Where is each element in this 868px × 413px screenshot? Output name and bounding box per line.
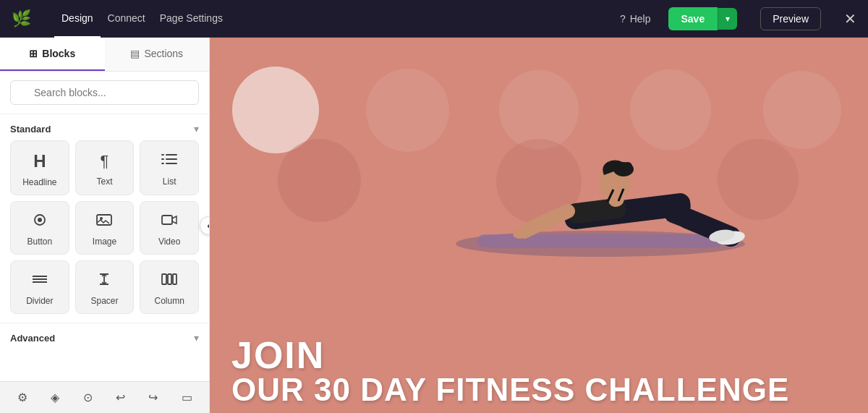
column-icon xyxy=(161,271,177,290)
fitness-background: JOIN OUR 30 DAY FITNESS CHALLENGE xyxy=(210,38,868,413)
save-btn-group: Save ▾ xyxy=(668,7,738,30)
video-icon xyxy=(161,212,177,231)
history-toolbar-button[interactable]: ⊙ xyxy=(79,386,97,409)
redo-toolbar-button[interactable]: ↪ xyxy=(144,386,162,409)
tab-blocks[interactable]: ⊞ Blocks xyxy=(0,38,105,71)
block-video[interactable]: Video xyxy=(140,201,199,255)
search-container: 🔍 xyxy=(0,72,209,114)
main-layout: ⊞ Blocks ▤ Sections 🔍 Standard ▾ xyxy=(0,38,868,413)
image-icon xyxy=(96,212,112,231)
help-icon: ? xyxy=(620,13,626,25)
fitness-person-image xyxy=(448,59,752,262)
block-text[interactable]: ¶ Text xyxy=(75,140,135,195)
sidebar-tabs: ⊞ Blocks ▤ Sections xyxy=(0,38,209,72)
video-label: Video xyxy=(158,237,180,247)
advanced-label: Advanced xyxy=(10,333,55,344)
nav-tab-page-settings[interactable]: Page Settings xyxy=(153,0,230,38)
top-nav: 🌿 Design Connect Page Settings ? Help Sa… xyxy=(0,0,868,38)
preview-button[interactable]: Preview xyxy=(760,7,821,30)
svg-rect-0 xyxy=(161,154,164,156)
svg-rect-15 xyxy=(168,274,171,284)
nav-tab-connect[interactable]: Connect xyxy=(101,0,153,38)
block-spacer[interactable]: Spacer xyxy=(75,260,135,314)
bottom-toolbar: ⚙ ◈ ⊙ ↩ ↪ ▭ xyxy=(0,381,210,413)
block-column[interactable]: Column xyxy=(140,260,199,314)
block-button[interactable]: Button xyxy=(10,201,69,255)
blocks-grid: H Headline ¶ Text xyxy=(0,140,209,323)
divider-icon xyxy=(32,271,48,290)
undo-toolbar-button[interactable]: ↩ xyxy=(111,386,129,409)
standard-section-header: Standard ▾ xyxy=(0,114,209,140)
headline-label: Headline xyxy=(22,177,56,187)
canvas-area[interactable]: JOIN OUR 30 DAY FITNESS CHALLENGE xyxy=(210,38,868,413)
help-button[interactable]: ? Help xyxy=(620,13,651,25)
save-dropdown-button[interactable]: ▾ xyxy=(718,8,737,30)
svg-rect-1 xyxy=(166,154,177,156)
sidebar: ⊞ Blocks ▤ Sections 🔍 Standard ▾ xyxy=(0,38,210,413)
svg-point-7 xyxy=(38,218,42,222)
help-label: Help xyxy=(630,13,651,25)
join-heading: JOIN xyxy=(231,336,789,374)
tab-sections[interactable]: ▤ Sections xyxy=(105,38,210,71)
text-icon: ¶ xyxy=(101,152,109,171)
svg-line-20 xyxy=(673,215,723,234)
challenge-heading: OUR 30 DAY FITNESS CHALLENGE xyxy=(231,374,789,406)
blocks-tab-label: Blocks xyxy=(42,48,75,59)
canvas-text-area: JOIN OUR 30 DAY FITNESS CHALLENGE xyxy=(231,336,789,413)
button-icon xyxy=(32,212,48,231)
close-button[interactable]: ✕ xyxy=(844,10,856,27)
button-label: Button xyxy=(27,237,52,247)
image-label: Image xyxy=(93,237,116,247)
svg-rect-4 xyxy=(161,163,164,164)
search-input[interactable] xyxy=(10,80,199,105)
list-label: List xyxy=(163,176,176,187)
sections-tab-icon: ▤ xyxy=(130,48,140,59)
blocks-tab-icon: ⊞ xyxy=(29,48,38,59)
search-wrapper: 🔍 xyxy=(10,80,199,105)
layers-toolbar-button[interactable]: ◈ xyxy=(46,386,64,409)
svg-rect-16 xyxy=(173,274,176,284)
device-toolbar-button[interactable]: ▭ xyxy=(177,386,197,409)
save-button[interactable]: Save xyxy=(668,7,718,30)
advanced-section-header: Advanced ▾ xyxy=(0,323,209,349)
block-headline[interactable]: H Headline xyxy=(10,140,69,195)
text-label: Text xyxy=(96,176,112,187)
column-label: Column xyxy=(154,296,184,306)
nav-tab-design[interactable]: Design xyxy=(54,0,101,38)
block-list[interactable]: List xyxy=(140,140,199,195)
svg-rect-3 xyxy=(166,158,177,160)
app-logo: 🌿 xyxy=(12,9,31,28)
sections-tab-label: Sections xyxy=(144,48,183,59)
svg-rect-10 xyxy=(162,216,172,224)
standard-collapse-button[interactable]: ▾ xyxy=(194,123,199,135)
svg-rect-2 xyxy=(161,158,164,160)
svg-rect-5 xyxy=(166,163,177,164)
list-icon xyxy=(161,152,177,171)
nav-tabs: Design Connect Page Settings xyxy=(54,0,230,37)
settings-toolbar-button[interactable]: ⚙ xyxy=(13,386,32,409)
block-image[interactable]: Image xyxy=(75,201,135,255)
block-divider[interactable]: Divider xyxy=(10,260,69,314)
spacer-icon xyxy=(96,271,112,290)
headline-icon: H xyxy=(33,151,46,171)
standard-label: Standard xyxy=(10,124,51,135)
divider-label: Divider xyxy=(26,296,53,306)
svg-rect-14 xyxy=(162,274,166,284)
spacer-label: Spacer xyxy=(90,296,118,306)
advanced-collapse-button[interactable]: ▾ xyxy=(194,332,199,344)
